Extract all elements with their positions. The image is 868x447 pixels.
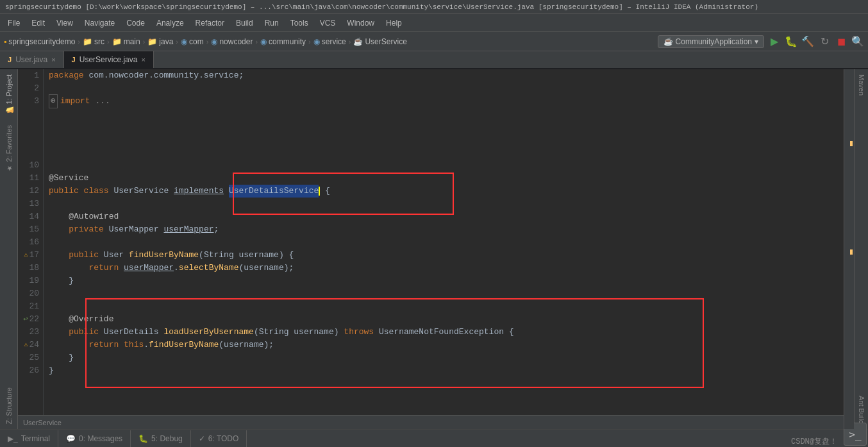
menu-file[interactable]: File	[3, 17, 25, 29]
menu-tools[interactable]: Tools	[285, 17, 313, 29]
tab-java-icon-2: J	[72, 56, 76, 63]
nav-community-label: community	[269, 37, 306, 46]
menu-run[interactable]: Run	[260, 17, 284, 29]
ln-1: 1	[22, 69, 39, 82]
import-keyword: import	[60, 95, 96, 108]
service-icon: ◉	[313, 37, 320, 46]
sidebar-item-project[interactable]: 📂 1: Project	[0, 69, 17, 120]
nav-sep-8: ›	[349, 38, 351, 46]
nav-sep-3: ›	[143, 38, 146, 46]
nav-userservice[interactable]: ☕ UserService	[353, 37, 406, 46]
tab-user-java[interactable]: J User.java ×	[0, 51, 64, 68]
java-icon: 📁	[147, 37, 157, 46]
return-kw-18: return	[88, 262, 124, 274]
nav-java-label: java	[159, 37, 173, 46]
update-button[interactable]: ↻	[818, 35, 831, 48]
class-status[interactable]: UserService	[23, 419, 62, 426]
ln-14: 14	[22, 210, 39, 223]
username-arg-24: username	[224, 339, 263, 351]
bottom-tab-messages[interactable]: 💬 0: Messages	[58, 430, 131, 447]
nav-main[interactable]: 📁 main	[112, 37, 140, 46]
code-line-14: @Autowired	[49, 210, 844, 223]
menu-vcs[interactable]: VCS	[315, 17, 341, 29]
debug-button[interactable]: 🐛	[785, 35, 797, 48]
usernamenotfoundexception: UsernameNotFoundException	[379, 326, 509, 339]
tab-userservice-java[interactable]: J UserService.java ×	[64, 51, 154, 68]
run-config-label: CommunityApplication	[676, 37, 752, 46]
search-button[interactable]: 🔍	[851, 35, 864, 48]
menu-code[interactable]: Code	[121, 17, 150, 29]
menu-build[interactable]: Build	[231, 17, 258, 29]
stop-icon: ◼	[837, 35, 846, 47]
code-line-15: private UserMapper userMapper;	[49, 223, 844, 236]
run-play-icon: ▶	[771, 35, 778, 47]
menu-edit[interactable]: Edit	[26, 17, 50, 29]
menu-refactor[interactable]: Refactor	[190, 17, 230, 29]
scroll-marker-top	[850, 141, 853, 146]
project-panel-label: 1: Project	[5, 74, 13, 104]
scroll-marker-mid	[850, 249, 853, 255]
nav-src[interactable]: 📁 src	[83, 37, 104, 46]
nav-community[interactable]: ◉ community	[260, 37, 306, 46]
nav-sep-5: ›	[206, 38, 209, 46]
menu-window[interactable]: Window	[342, 17, 380, 29]
bottom-tab-terminal[interactable]: ▶_ Terminal	[0, 430, 58, 447]
code-content: package com.nowcoder.community.service; …	[44, 69, 844, 415]
code-line-23: public UserDetails loadUserByUsername(St…	[49, 326, 844, 339]
watermark-text: CSDN@复盘！	[791, 436, 837, 447]
code-line-18: return userMapper.selectByName(username)…	[49, 262, 844, 274]
ln-3: 3	[22, 95, 39, 108]
tab-close-1[interactable]: ×	[51, 56, 55, 63]
build-icon: 🔨	[801, 35, 814, 47]
run-config-selector[interactable]: ☕ CommunityApplication ▾	[658, 35, 764, 48]
override-gutter-icon: ↩	[23, 313, 28, 326]
menu-bar: File Edit View Navigate Code Analyze Ref…	[0, 14, 868, 32]
project-icon: ▪	[4, 37, 6, 46]
sidebar-item-structure[interactable]: Z: Structure	[0, 382, 17, 429]
code-line-20	[49, 287, 844, 300]
override-annotation: Override	[74, 313, 113, 326]
nav-com[interactable]: ◉ com	[181, 37, 204, 46]
code-line-19: }	[49, 274, 844, 287]
run-button[interactable]: ▶	[768, 35, 781, 48]
com-icon: ◉	[181, 37, 187, 46]
structure-label: Z: Structure	[5, 387, 13, 424]
nav-src-label: src	[94, 37, 104, 46]
maven-panel[interactable]: Maven	[856, 69, 867, 101]
code-container[interactable]: 1 2 3 10 11 12 13 14 15 16 ⚠17 18 19 20 …	[18, 69, 844, 415]
menu-help[interactable]: Help	[381, 17, 407, 29]
ln-25: 25	[22, 351, 39, 364]
ln-10: 10	[22, 159, 39, 172]
scroll-panel[interactable]	[844, 69, 854, 429]
tab-close-2[interactable]: ×	[141, 56, 145, 63]
nav-right: ☕ CommunityApplication ▾ ▶ 🐛 🔨 ↻ ◼ 🔍	[658, 35, 864, 48]
nav-sep-2: ›	[107, 38, 110, 46]
nav-service[interactable]: ◉ service	[313, 37, 346, 46]
bottom-tab-todo[interactable]: ✓ 6: TODO	[191, 430, 247, 447]
run-config-icon: ☕	[664, 37, 673, 46]
menu-navigate[interactable]: Navigate	[79, 17, 120, 29]
code-line-22: @Override	[49, 313, 844, 326]
fold-icon[interactable]: ⊕	[49, 94, 58, 108]
ln-26: 26	[22, 364, 39, 377]
code-line-25: }	[49, 351, 844, 364]
dropdown-icon: ▾	[755, 37, 758, 46]
public-kw-17: public	[69, 249, 104, 262]
menu-view[interactable]: View	[51, 17, 78, 29]
nav-sep-1: ›	[78, 38, 80, 46]
username-param: username	[238, 249, 278, 262]
ln-15: 15	[22, 223, 39, 236]
nav-project[interactable]: ▪ springsecuritydemo	[4, 37, 75, 46]
nav-nowcoder[interactable]: ◉ nowcoder	[211, 37, 253, 46]
stop-button[interactable]: ◼	[835, 35, 847, 48]
nav-com-label: com	[189, 37, 204, 46]
update-icon: ↻	[821, 35, 829, 47]
package-keyword: package	[49, 69, 88, 82]
menu-analyze[interactable]: Analyze	[151, 17, 189, 29]
sidebar-item-favorites[interactable]: ★ 2: Favorites	[0, 120, 17, 178]
bottom-tab-debug[interactable]: 🐛 5: Debug	[131, 430, 191, 447]
code-line-1: package com.nowcoder.community.service;	[49, 69, 844, 82]
nav-java[interactable]: 📁 java	[147, 37, 173, 46]
build-button[interactable]: 🔨	[801, 35, 814, 48]
nav-service-label: service	[322, 37, 346, 46]
